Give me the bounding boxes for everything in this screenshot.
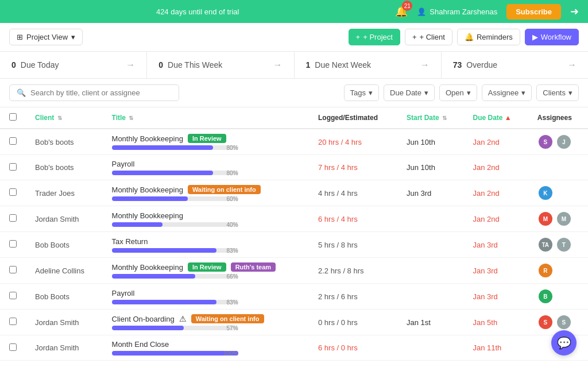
row-checkbox[interactable] bbox=[9, 318, 17, 325]
row-checkbox[interactable] bbox=[9, 137, 17, 145]
due-date-cell: Jan 3rd bbox=[463, 258, 528, 284]
task-title[interactable]: Client On-boarding bbox=[112, 315, 175, 323]
add-project-button[interactable]: + + Project bbox=[349, 29, 400, 45]
search-input[interactable] bbox=[30, 88, 172, 97]
due-date-cell: Jan 5th bbox=[463, 310, 528, 335]
assignee-filter[interactable]: Assignee ▾ bbox=[482, 84, 532, 101]
assignees-cell: K bbox=[528, 180, 588, 206]
add-client-button[interactable]: + + Client bbox=[405, 29, 452, 45]
start-date-header[interactable]: Start Date ⇅ bbox=[397, 107, 463, 129]
bell-icon-toolbar: 🔔 bbox=[465, 33, 474, 41]
row-checkbox[interactable] bbox=[9, 188, 17, 196]
avatar-group: SJ bbox=[537, 134, 579, 150]
filters-row: 🔍 Tags ▾ Due Date ▾ Open ▾ Assignee ▾ Cl… bbox=[0, 79, 588, 107]
status-filter[interactable]: Open ▾ bbox=[439, 84, 477, 101]
table-row: Adeline Collins Monthly Bookkeeping In R… bbox=[0, 258, 588, 284]
notification-count: 21 bbox=[402, 1, 412, 11]
project-view-button[interactable]: ⊞ Project View ▾ bbox=[9, 29, 83, 45]
summary-count: 0 bbox=[158, 60, 163, 69]
row-checkbox[interactable] bbox=[9, 266, 17, 273]
start-date-cell bbox=[397, 258, 463, 284]
emoji-badge: ⚠ bbox=[179, 314, 187, 323]
clients-filter[interactable]: Clients ▾ bbox=[536, 84, 579, 101]
logged-cell: 6 hrs / 0 hrs bbox=[309, 335, 397, 361]
task-title[interactable]: Monthly Bookkeeping bbox=[112, 263, 183, 272]
subscribe-button[interactable]: Subscribe bbox=[506, 4, 561, 20]
start-date-cell bbox=[397, 284, 463, 310]
table-row: Bob Boots Tax Return 83% 5 hrs / 8 hrsJa… bbox=[0, 232, 588, 258]
select-all-header[interactable] bbox=[0, 107, 26, 129]
chevron-down-icon: ▾ bbox=[521, 88, 525, 97]
chevron-down-icon: ▾ bbox=[568, 88, 572, 97]
avatar-group: R bbox=[537, 262, 579, 279]
row-checkbox[interactable] bbox=[9, 214, 17, 222]
start-date-cell bbox=[397, 232, 463, 258]
client-cell: Trader Joes bbox=[26, 180, 103, 206]
chat-bubble[interactable]: 💬 bbox=[551, 330, 577, 356]
avatar-group: SS bbox=[537, 314, 579, 330]
logged-cell: 6 hrs / 4 hrs bbox=[309, 206, 397, 232]
due-date-header[interactable]: Due Date ▲ bbox=[463, 107, 528, 129]
summary-count: 73 bbox=[453, 60, 462, 69]
summary-label: Due This Week bbox=[168, 60, 268, 69]
task-title[interactable]: Tax Return bbox=[112, 237, 148, 246]
summary-count: 0 bbox=[11, 60, 16, 69]
logged-cell: 7 hrs / 4 hrs bbox=[309, 155, 397, 180]
row-checkbox[interactable] bbox=[9, 292, 17, 299]
tags-label: Tags bbox=[350, 88, 366, 97]
avatar: M bbox=[537, 211, 554, 227]
row-checkbox[interactable] bbox=[9, 240, 17, 248]
summary-arrow[interactable]: → bbox=[420, 60, 430, 70]
start-date-cell: Jun 3rd bbox=[397, 180, 463, 206]
avatar-group: TAT bbox=[537, 237, 579, 253]
progress-label: 66% bbox=[227, 273, 238, 280]
start-date-cell: Jan 1st bbox=[397, 310, 463, 335]
row-checkbox[interactable] bbox=[9, 343, 17, 351]
waiting-badge: Waiting on client info bbox=[188, 185, 261, 194]
avatar: S bbox=[556, 314, 572, 330]
task-title[interactable]: Monthly Bookkeeping bbox=[112, 134, 183, 143]
plus-icon: + bbox=[356, 33, 361, 41]
due-date-filter[interactable]: Due Date ▾ bbox=[384, 84, 435, 101]
task-title[interactable]: Payroll bbox=[112, 160, 135, 168]
plus-icon-client: + bbox=[412, 33, 417, 41]
summary-arrow[interactable]: → bbox=[273, 60, 283, 70]
select-all-checkbox[interactable] bbox=[9, 113, 17, 121]
assignees-cell: R bbox=[528, 258, 588, 284]
table-row: Trader Joes Monthly Bookkeeping Waiting … bbox=[0, 180, 588, 206]
task-title[interactable]: Payroll bbox=[112, 289, 135, 298]
title-header[interactable]: Title ⇅ bbox=[103, 107, 309, 129]
start-date-cell bbox=[397, 335, 463, 361]
search-icon: 🔍 bbox=[17, 88, 26, 97]
summary-arrow[interactable]: → bbox=[567, 60, 577, 70]
summary-arrow[interactable]: → bbox=[126, 60, 135, 70]
table-row: Jordan Smith Month End Close 100% 6 hrs … bbox=[0, 335, 588, 361]
logout-icon[interactable]: ➜ bbox=[570, 5, 579, 18]
due-date-cell: Jan 2nd bbox=[463, 206, 528, 232]
status-label: Open bbox=[446, 88, 464, 97]
search-box[interactable]: 🔍 bbox=[9, 84, 179, 101]
sort-icon: ⇅ bbox=[129, 115, 133, 121]
avatar-group: K bbox=[537, 185, 579, 201]
title-cell: Month End Close 100% bbox=[103, 335, 309, 361]
client-cell: Jordan Smith bbox=[26, 206, 103, 232]
summary-card: 0 Due This Week → bbox=[147, 52, 294, 78]
notification-bell[interactable]: 🔔 21 bbox=[395, 5, 408, 18]
task-title[interactable]: Monthly Bookkeeping bbox=[112, 211, 183, 220]
workflow-button[interactable]: ▶ Workflow bbox=[525, 29, 579, 45]
client-header[interactable]: Client ⇅ bbox=[26, 107, 103, 129]
title-cell: Payroll 80% bbox=[103, 155, 309, 180]
progress-label: 80% bbox=[227, 170, 238, 176]
due-date-label: Due Date bbox=[390, 88, 421, 97]
waiting-badge: Waiting on client info bbox=[191, 314, 264, 323]
task-title[interactable]: Month End Close bbox=[112, 340, 169, 349]
ruths-team-badge: Ruth's team bbox=[231, 262, 276, 272]
reminders-button[interactable]: 🔔 Reminders bbox=[457, 29, 520, 45]
task-title[interactable]: Monthly Bookkeeping bbox=[112, 186, 183, 194]
tags-filter[interactable]: Tags ▾ bbox=[344, 84, 379, 101]
assignees-header: Assignees bbox=[528, 107, 588, 129]
user-icon: 👤 bbox=[417, 7, 426, 16]
progress-bar: 60% bbox=[112, 196, 238, 201]
due-date-cell: Jan 11th bbox=[463, 335, 528, 361]
row-checkbox[interactable] bbox=[9, 163, 17, 171]
